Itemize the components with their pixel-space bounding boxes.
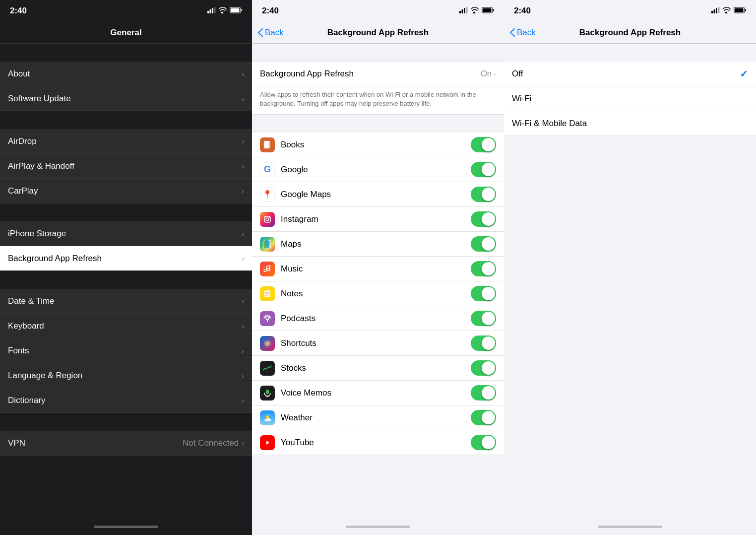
svg-rect-14 <box>493 9 494 11</box>
settings-row-carplay[interactable]: CarPlay › <box>0 179 252 203</box>
app-name-music: Music <box>281 264 465 274</box>
status-icons-1 <box>207 7 242 15</box>
toggle-podcasts[interactable] <box>471 311 496 326</box>
app-row-books[interactable]: Books <box>252 133 504 157</box>
status-bar-3: 2:40 <box>504 0 756 22</box>
chevron-datetime: › <box>242 297 244 305</box>
svg-rect-6 <box>241 9 242 11</box>
app-icon-podcasts <box>260 311 275 326</box>
chevron-carplay: › <box>242 187 244 195</box>
toggle-shortcuts[interactable] <box>471 335 496 351</box>
app-row-maps[interactable]: Maps <box>252 232 504 257</box>
row-label-airdrop: AirDrop <box>8 136 242 146</box>
chevron-bar: › <box>242 255 244 263</box>
row-label-carplay: CarPlay <box>8 186 242 196</box>
back-btn-3[interactable]: Back <box>510 28 536 38</box>
nav-title-1: General <box>110 28 141 38</box>
settings-row-bar[interactable]: Background App Refresh › <box>0 246 252 271</box>
app-row-google[interactable]: G Google <box>252 157 504 182</box>
settings-row-airplay[interactable]: AirPlay & Handoff › <box>0 154 252 179</box>
svg-point-20 <box>266 218 269 221</box>
row-label-storage: iPhone Storage <box>8 229 242 239</box>
toggle-voicememos[interactable] <box>471 385 496 401</box>
section-gap-4 <box>0 271 252 289</box>
settings-row-software-update[interactable]: Software Update › <box>0 86 252 111</box>
app-row-podcasts[interactable]: Podcasts <box>252 306 504 331</box>
row-label-fonts: Fonts <box>8 346 242 356</box>
app-row-instagram[interactable]: Instagram <box>252 207 504 232</box>
app-row-shortcuts[interactable]: ⚡ Shortcuts <box>252 331 504 356</box>
toggle-books[interactable] <box>471 137 496 152</box>
settings-row-keyboard[interactable]: Keyboard › <box>0 314 252 338</box>
nav-bar-2: Back Background App Refresh <box>252 22 504 44</box>
back-btn-2[interactable]: Back <box>258 28 284 38</box>
settings-list-1[interactable]: About › Software Update › AirDrop › AirP… <box>0 44 252 518</box>
bar-header-row[interactable]: Background App Refresh On › <box>252 62 504 86</box>
status-bar-1: 2:40 <box>0 0 252 22</box>
row-label-language: Language & Region <box>8 371 242 381</box>
status-icons-3 <box>711 7 746 15</box>
settings-row-datetime[interactable]: Date & Time › <box>0 289 252 314</box>
app-row-voicememos[interactable]: Voice Memos <box>252 381 504 405</box>
app-row-youtube[interactable]: YouTube <box>252 430 504 455</box>
app-row-stocks[interactable]: Stocks <box>252 356 504 381</box>
app-row-weather[interactable]: Weather <box>252 405 504 430</box>
toggle-music[interactable] <box>471 261 496 276</box>
wifi-icon-1 <box>219 7 227 15</box>
toggle-maps[interactable] <box>471 236 496 252</box>
app-name-gmaps: Google Maps <box>281 190 465 200</box>
chevron-dictionary: › <box>242 397 244 404</box>
svg-rect-0 <box>207 11 209 13</box>
home-bar-1 <box>94 526 158 528</box>
settings-row-airdrop[interactable]: AirDrop › <box>0 129 252 154</box>
signal-icon-3 <box>711 7 720 15</box>
app-list[interactable]: Books G Google 📍 Google Maps Instagram M… <box>252 115 504 518</box>
choice-row-wifi[interactable]: Wi-Fi <box>504 86 756 111</box>
toggle-youtube[interactable] <box>471 435 496 450</box>
settings-row-dictionary[interactable]: Dictionary › <box>0 388 252 413</box>
chevron-airdrop: › <box>242 137 244 145</box>
toggle-gmaps[interactable] <box>471 187 496 202</box>
app-icon-shortcuts: ⚡ <box>260 336 275 351</box>
choice-row-off[interactable]: Off ✓ <box>504 62 756 86</box>
choice-row-wifi-mobile[interactable]: Wi-Fi & Mobile Data <box>504 111 756 136</box>
toggle-notes[interactable] <box>471 286 496 301</box>
panel-bar-list: 2:40 Back Background App Refresh Backgro… <box>252 0 504 535</box>
app-row-music[interactable]: Music <box>252 257 504 281</box>
app-name-books: Books <box>281 140 465 150</box>
svg-rect-43 <box>714 9 715 13</box>
svg-point-21 <box>269 217 270 218</box>
app-icon-books <box>260 137 275 152</box>
row-label-vpn: VPN <box>8 438 183 448</box>
app-icon-notes <box>260 286 275 301</box>
svg-rect-3 <box>214 7 216 13</box>
status-time-3: 2:40 <box>514 6 531 16</box>
toggle-instagram[interactable] <box>471 211 496 227</box>
row-label-airplay: AirPlay & Handoff <box>8 161 242 171</box>
svg-rect-33 <box>266 390 269 394</box>
settings-row-fonts[interactable]: Fonts › <box>0 338 252 363</box>
app-row-notes[interactable]: Notes <box>252 281 504 306</box>
app-name-podcasts: Podcasts <box>281 314 465 324</box>
toggle-stocks[interactable] <box>471 360 496 376</box>
chevron-language: › <box>242 372 244 380</box>
toggle-weather[interactable] <box>471 410 496 425</box>
svg-rect-1 <box>210 9 211 13</box>
nav-title-3: Background App Refresh <box>579 28 681 38</box>
app-list-gap <box>252 115 504 133</box>
svg-marker-24 <box>266 240 269 249</box>
app-row-gmaps[interactable]: 📍 Google Maps <box>252 182 504 207</box>
toggle-google[interactable] <box>471 162 496 177</box>
app-icon-weather <box>260 410 275 425</box>
settings-row-language[interactable]: Language & Region › <box>0 363 252 388</box>
choice-list[interactable]: Off ✓ Wi-Fi Wi-Fi & Mobile Data <box>504 44 756 518</box>
app-name-instagram: Instagram <box>281 214 465 224</box>
settings-row-storage[interactable]: iPhone Storage › <box>0 221 252 246</box>
bar-header-value: On <box>481 69 492 79</box>
home-bar-2 <box>346 526 410 528</box>
settings-row-vpn[interactable]: VPN Not Connected › <box>0 431 252 456</box>
settings-row-about[interactable]: About › <box>0 62 252 86</box>
row-label-keyboard: Keyboard <box>8 321 242 331</box>
app-icon-youtube <box>260 435 275 450</box>
svg-text:⚡: ⚡ <box>264 340 271 347</box>
